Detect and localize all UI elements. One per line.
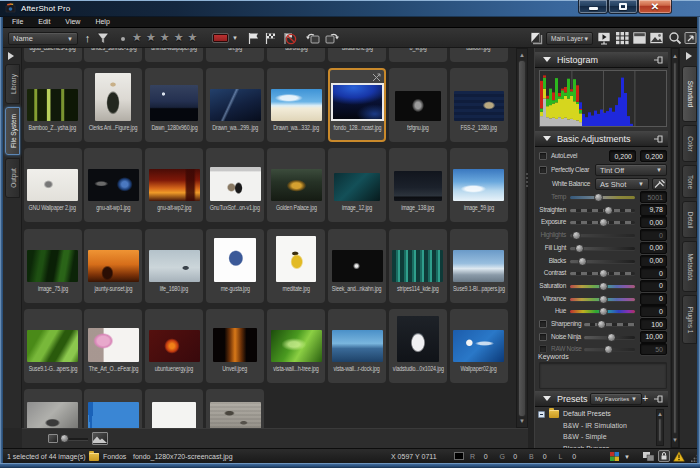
- thumbnail-cell[interactable]: gnu-alt-wp2.jpg: [145, 148, 203, 222]
- perfectly-clear-checkbox[interactable]: [539, 166, 547, 174]
- preset-item[interactable]: B&W - Simple: [537, 432, 667, 443]
- thumbnail-cell[interactable]: The_Art_O...eFear.jpg: [84, 309, 142, 383]
- thumbnail-cell[interactable]: animal-wallpaper.jpg: [145, 48, 203, 62]
- sort-ascending-icon[interactable]: ↑: [83, 31, 92, 45]
- slider-value[interactable]: 0,00: [640, 255, 667, 267]
- thumbnail-cell[interactable]: Drawn_wa...332..jpg: [267, 68, 325, 142]
- slider-knob[interactable]: [575, 244, 584, 253]
- slider-knob[interactable]: [599, 218, 608, 227]
- menu-item-help[interactable]: Help: [89, 17, 115, 27]
- slider-value[interactable]: 100: [640, 318, 667, 330]
- flag-icon[interactable]: [247, 32, 260, 45]
- slider-knob[interactable]: [604, 345, 613, 354]
- keywords-input[interactable]: [539, 362, 667, 389]
- thumbnail-cell[interactable]: fondo_128...ncast.jpg: [328, 68, 386, 142]
- thumbnail-cell[interactable]: stripes114_kde.jpg: [389, 229, 447, 303]
- grid-scrollbar[interactable]: ▲ ▼: [516, 48, 528, 428]
- thumbnail-cell[interactable]: Golden Palace.jpg: [267, 148, 325, 222]
- slider-track[interactable]: [584, 323, 635, 326]
- scroll-up-icon[interactable]: ▲: [517, 52, 527, 58]
- scroll-up-icon[interactable]: ▲: [672, 53, 678, 59]
- thumbnail-cell[interactable]: life_1680.jpg: [145, 229, 203, 303]
- rating-star-icon[interactable]: ★: [146, 31, 156, 46]
- thumbnail-cell[interactable]: Unveil.jpeg: [206, 309, 264, 383]
- basic-adjustments-header[interactable]: Basic Adjustments: [535, 131, 668, 147]
- menu-item-view[interactable]: View: [59, 17, 86, 27]
- thumbnail-grid-view-icon[interactable]: [615, 31, 630, 45]
- lock-button[interactable]: [658, 450, 670, 462]
- slider-value[interactable]: 0,00: [640, 216, 667, 228]
- thumbnail-cell[interactable]: Dawn_1280x960.jpg: [145, 68, 203, 142]
- slider-value[interactable]: 9,78: [640, 204, 667, 216]
- rating-star-icon[interactable]: ★: [132, 31, 142, 46]
- checkered-flag-icon[interactable]: [264, 32, 277, 45]
- preset-item[interactable]: B&W - IR Simulation: [537, 421, 667, 432]
- slider-value[interactable]: 0: [640, 267, 667, 279]
- thumbnail-cell[interactable]: avalanche.jpg: [328, 48, 386, 62]
- small-thumbnails-icon[interactable]: [48, 434, 58, 443]
- presets-favorites-dropdown[interactable]: My Favorites▼: [590, 393, 642, 405]
- slider-knob[interactable]: [572, 231, 581, 240]
- white-balance-dropdown[interactable]: As Shot▼: [595, 178, 649, 190]
- rating-star-icon[interactable]: ★: [160, 31, 170, 46]
- expand-left-panel-icon[interactable]: [8, 52, 14, 60]
- thumbnail-cell[interactable]: andes_sunrise-1.jpg: [84, 48, 142, 62]
- filter-funnel-icon[interactable]: [96, 32, 110, 45]
- white-balance-eyedropper-button[interactable]: [652, 178, 667, 190]
- sidebar-tab-output[interactable]: Output: [5, 158, 20, 198]
- panel-tab-tone[interactable]: Tone: [682, 165, 697, 198]
- slider-value[interactable]: 50: [640, 343, 667, 355]
- thumbnail-cell[interactable]: Sleek_and...nkahn.jpg: [328, 229, 386, 303]
- slider-knob[interactable]: [599, 269, 608, 278]
- slider-value[interactable]: 0: [640, 305, 667, 317]
- layer-dropdown[interactable]: Main Layer▼: [546, 32, 593, 45]
- thumbnail-cell[interactable]: vista-wall...h-tree.jpg: [267, 309, 325, 383]
- sharpening-checkbox[interactable]: [539, 320, 547, 328]
- rotate-left-icon[interactable]: [305, 32, 321, 45]
- color-management-icon[interactable]: [609, 451, 620, 462]
- chevron-down-icon[interactable]: ▼: [624, 454, 630, 460]
- sort-by-dropdown[interactable]: Name▼: [8, 32, 78, 45]
- rating-dot-icon[interactable]: [121, 37, 125, 41]
- panel-scrollbar-thumb[interactable]: [673, 62, 677, 434]
- scroll-up-icon[interactable]: ▲: [657, 411, 663, 417]
- slider-knob[interactable]: [597, 320, 606, 329]
- browse-view-icon[interactable]: [632, 31, 647, 45]
- thumbnail-cell[interactable]: image_138.jpg: [389, 148, 447, 222]
- color-label-chevron-icon[interactable]: ▼: [232, 35, 238, 41]
- thumbnail-cell[interactable]: Wallpaper02.jpg: [450, 309, 508, 383]
- presets-scrollbar-thumb[interactable]: [658, 418, 662, 442]
- thumbnail-cell[interactable]: GNU Wallpaper 2.jpg: [24, 148, 82, 222]
- panel-tab-plugins-1[interactable]: Plugins 1: [682, 295, 697, 344]
- slider-value[interactable]: 0: [640, 293, 667, 305]
- expand-right-panel-icon[interactable]: [686, 52, 692, 60]
- panel-tab-detail[interactable]: Detail: [682, 201, 697, 238]
- pin-icon[interactable]: [654, 135, 663, 143]
- current-folder[interactable]: Fondos: [103, 453, 126, 460]
- thumbnail-cell[interactable]: jaunty-sunset.jpg: [84, 229, 142, 303]
- slider-value[interactable]: 10,00: [640, 331, 667, 343]
- maximize-button[interactable]: [608, 0, 638, 14]
- thumbnail-cell[interactable]: balloon.jpg: [450, 48, 508, 62]
- preset-item[interactable]: Default Presets: [537, 409, 667, 420]
- thumbnail-cell[interactable]: aurora.jpg: [267, 48, 325, 62]
- thumbnail-cell[interactable]: b_w.jpg: [389, 48, 447, 62]
- thumbnail-cell[interactable]: GnuTuxSof...on-v1.jpg: [206, 148, 264, 222]
- thumbnail-cell[interactable]: Drawn_wa...299..jpg: [206, 68, 264, 142]
- presets-header[interactable]: Presets My Favorites▼ +: [535, 391, 668, 407]
- thumbnail-cell[interactable]: art.jpg: [206, 48, 264, 62]
- minimize-button[interactable]: [578, 0, 608, 14]
- autolevel-checkbox[interactable]: [539, 152, 547, 160]
- rating-star-icon[interactable]: ★: [174, 31, 184, 46]
- panel-tab-color[interactable]: Color: [682, 125, 697, 162]
- thumbnail-cell[interactable]: [206, 389, 264, 428]
- thumbnail-cell[interactable]: fsfgnu.jpg: [389, 68, 447, 142]
- slider-value[interactable]: 0,00: [640, 242, 667, 254]
- rating-star-icon[interactable]: ★: [188, 31, 198, 46]
- panel-splitter-handle[interactable]: [525, 173, 528, 189]
- menu-item-file[interactable]: File: [6, 17, 29, 27]
- color-label-swatch[interactable]: [212, 33, 229, 43]
- slideshow-icon[interactable]: [597, 31, 611, 45]
- panel-scrollbar[interactable]: ▲ ▼: [671, 48, 679, 448]
- slider-value[interactable]: 5001: [640, 191, 667, 203]
